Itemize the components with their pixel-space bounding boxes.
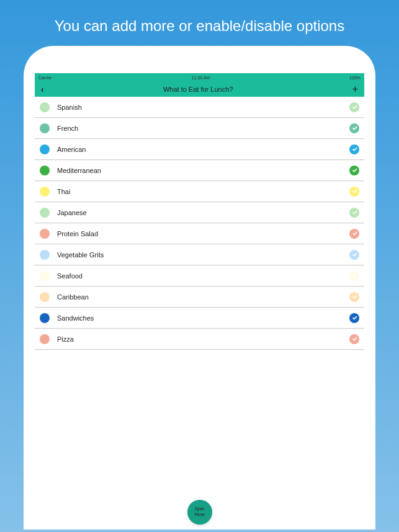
- color-dot-icon: [40, 102, 50, 112]
- toggle-check-icon[interactable]: [349, 166, 359, 175]
- status-bar: Carrier 11:38 AM 100%: [35, 73, 364, 82]
- item-label: Japanese: [57, 209, 349, 216]
- list-item[interactable]: Spanish: [35, 97, 364, 118]
- spin-label: Spin Now: [194, 507, 204, 518]
- color-dot-icon: [40, 334, 50, 344]
- toggle-check-icon[interactable]: [349, 229, 359, 239]
- item-label: Pizza: [57, 335, 349, 343]
- status-carrier: Carrier: [38, 76, 52, 80]
- list-item[interactable]: Japanese: [35, 202, 364, 223]
- status-battery: 100%: [349, 76, 361, 80]
- device-frame: Carrier 11:38 AM 100% ‹ What to Eat for …: [24, 46, 375, 530]
- color-dot-icon: [40, 144, 50, 154]
- list-item[interactable]: French: [35, 118, 364, 139]
- list-item[interactable]: American: [35, 139, 364, 160]
- color-dot-icon: [40, 208, 50, 218]
- item-label: Spanish: [57, 104, 349, 111]
- nav-title: What to Eat for Lunch?: [44, 86, 352, 93]
- color-dot-icon: [40, 313, 50, 323]
- toggle-check-icon[interactable]: [349, 102, 359, 112]
- toggle-check-icon[interactable]: [349, 187, 359, 197]
- color-dot-icon: [40, 187, 50, 197]
- list-item[interactable]: Vegetable Grits: [35, 244, 364, 265]
- color-dot-icon: [40, 123, 50, 133]
- toggle-check-icon[interactable]: [349, 250, 359, 260]
- item-label: Vegetable Grits: [57, 251, 349, 259]
- list-item[interactable]: Caribbean: [35, 286, 364, 308]
- toggle-check-icon[interactable]: [349, 208, 359, 218]
- list-item[interactable]: Thai: [35, 181, 364, 202]
- item-label: Thai: [57, 188, 349, 195]
- item-label: French: [57, 125, 349, 132]
- color-dot-icon: [40, 250, 50, 260]
- toggle-check-icon[interactable]: [349, 313, 359, 323]
- toggle-check-icon[interactable]: [349, 144, 359, 154]
- toggle-check-icon[interactable]: [349, 334, 359, 344]
- item-label: Seafood: [57, 272, 349, 280]
- list-item[interactable]: Mediterranean: [35, 160, 364, 181]
- color-dot-icon: [40, 292, 50, 302]
- toggle-check-icon[interactable]: [349, 123, 359, 133]
- options-list: SpanishFrenchAmericanMediterraneanThaiJa…: [35, 97, 364, 350]
- spin-now-button[interactable]: Spin Now: [187, 500, 212, 525]
- toggle-check-icon[interactable]: [349, 292, 359, 302]
- list-item[interactable]: Seafood: [35, 265, 364, 286]
- add-button[interactable]: +: [352, 84, 358, 95]
- color-dot-icon: [40, 229, 50, 239]
- toggle-check-icon[interactable]: [349, 271, 359, 281]
- promo-headline: You can add more or enable/disable optio…: [0, 0, 399, 46]
- color-dot-icon: [40, 271, 50, 281]
- nav-bar: ‹ What to Eat for Lunch? +: [35, 82, 364, 97]
- list-item[interactable]: Pizza: [35, 329, 364, 350]
- list-item[interactable]: Protein Salad: [35, 223, 364, 244]
- list-item[interactable]: Sandwiches: [35, 308, 364, 329]
- item-label: Sandwiches: [57, 314, 349, 322]
- item-label: Mediterranean: [57, 167, 349, 174]
- item-label: Protein Salad: [57, 230, 349, 237]
- color-dot-icon: [40, 166, 50, 175]
- status-time: 11:38 AM: [191, 76, 210, 80]
- item-label: Caribbean: [57, 293, 349, 301]
- item-label: American: [57, 146, 349, 153]
